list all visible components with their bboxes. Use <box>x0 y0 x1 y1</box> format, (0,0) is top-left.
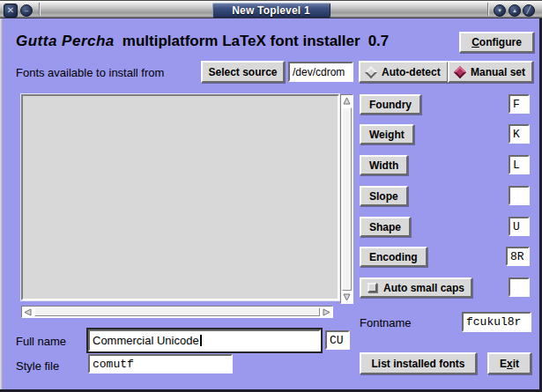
app-title-text: multiplatform LaTeX font installer <box>123 33 360 49</box>
foundry-button[interactable]: Foundry <box>360 94 421 115</box>
arrow-down-icon: ▼ <box>497 5 502 16</box>
arrow-up-icon: ▲ <box>512 5 517 16</box>
scroll-right-icon <box>323 308 330 316</box>
titlebar-separator <box>487 3 489 16</box>
auto-detect-radio[interactable]: Auto-detect <box>359 61 449 83</box>
slope-code-field[interactable] <box>509 186 530 205</box>
small-caps-code-field[interactable] <box>509 277 530 297</box>
style-file-field[interactable]: comutf <box>88 354 233 374</box>
window-rolldown-button[interactable]: ▼ <box>494 4 506 17</box>
source-row-label: Fonts available to install from <box>16 66 164 79</box>
weight-button[interactable]: Weight <box>360 124 414 144</box>
window-left-edge <box>0 18 3 389</box>
shape-code-field[interactable]: U <box>509 217 530 236</box>
scroll-right-button[interactable] <box>321 307 332 317</box>
width-code-field[interactable]: L <box>509 155 530 174</box>
checkbox-icon <box>368 283 377 292</box>
scroll-down-icon <box>343 293 351 301</box>
weight-code-field[interactable]: K <box>509 124 530 144</box>
fontname-field[interactable]: fcukul8r <box>462 312 531 332</box>
scroll-down-button[interactable] <box>341 292 353 303</box>
titlebar-separator <box>39 3 41 16</box>
manual-set-radio[interactable]: Manual set <box>448 61 533 83</box>
encoding-button[interactable]: Encoding <box>360 247 427 267</box>
vertical-scrollbar-thumb[interactable] <box>342 107 352 291</box>
abbreviation-field[interactable]: CU <box>325 330 350 350</box>
scroll-left-icon <box>24 308 32 316</box>
auto-small-caps-checkbox[interactable]: Auto small caps <box>360 277 472 298</box>
select-source-button[interactable]: Select source <box>201 61 285 83</box>
resize-icon: ╱ <box>527 5 531 16</box>
slope-button[interactable]: Slope <box>360 186 408 206</box>
app-window: ✕ – New Toplevel 1 ▼ ▲ ╱ Gutta Perchamul… <box>0 0 542 392</box>
style-file-label: Style file <box>16 359 59 373</box>
titlebar-plate: New Toplevel 1 <box>212 3 330 18</box>
window-rollup-button[interactable]: ▲ <box>509 4 521 17</box>
width-button[interactable]: Width <box>360 155 408 175</box>
encoding-code-field[interactable]: 8R <box>506 247 530 266</box>
minimize-icon: – <box>25 5 28 16</box>
scroll-up-icon <box>343 97 351 105</box>
radio-diamond-selected-icon <box>454 65 466 78</box>
window-minimize-button[interactable]: – <box>20 4 33 17</box>
app-title: Gutta Perchamultiplatform LaTeX font ins… <box>16 30 389 53</box>
full-name-label: Full name <box>16 335 66 348</box>
horizontal-scrollbar-thumb[interactable] <box>34 307 320 316</box>
window-resize-button[interactable]: ╱ <box>523 4 535 17</box>
horizontal-scrollbar[interactable] <box>21 306 333 318</box>
font-listbox[interactable] <box>21 94 339 300</box>
shape-button[interactable]: Shape <box>360 217 411 237</box>
exit-button[interactable]: Exit <box>487 352 531 374</box>
brand-name: Gutta Percha <box>16 33 115 49</box>
app-version: 0.7 <box>368 33 390 49</box>
configure-button[interactable]: Configure <box>459 32 534 53</box>
titlebar[interactable]: ✕ – New Toplevel 1 ▼ ▲ ╱ <box>0 0 542 18</box>
vertical-scrollbar[interactable] <box>340 94 353 304</box>
scroll-up-button[interactable] <box>341 95 353 107</box>
scroll-left-button[interactable] <box>22 307 33 317</box>
fontname-label: Fontname <box>360 316 412 329</box>
text-cursor <box>200 335 202 346</box>
window-close-button[interactable]: ✕ <box>4 4 18 18</box>
close-icon: ✕ <box>7 5 14 16</box>
source-path-field[interactable]: /dev/cdrom <box>288 62 353 82</box>
full-name-field[interactable]: Commercial Unicode <box>88 329 321 351</box>
window-title: New Toplevel 1 <box>232 4 310 17</box>
foundry-code-field[interactable]: F <box>509 94 530 114</box>
radio-diamond-icon <box>365 65 377 78</box>
list-installed-fonts-button[interactable]: List installed fonts <box>360 352 477 374</box>
